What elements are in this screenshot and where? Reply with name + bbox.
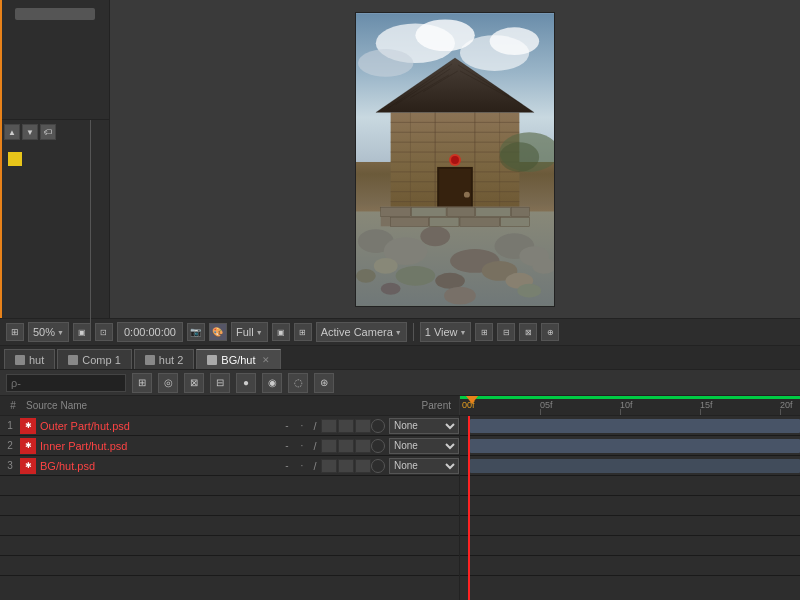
layout3-icon[interactable]: ⊠	[519, 323, 537, 341]
layer-1-switch-dash[interactable]: -	[280, 420, 294, 431]
track-bar-1	[470, 419, 800, 433]
tab-bghut-close-icon[interactable]: ✕	[262, 355, 270, 365]
svg-point-62	[500, 142, 540, 172]
layer-1-type-icon	[20, 418, 36, 434]
tab-hut2[interactable]: hut 2	[134, 349, 194, 369]
quality-value: Full	[236, 326, 254, 338]
precomp-icon[interactable]: ⊠	[184, 373, 204, 393]
grid-icon[interactable]: ⊞	[6, 323, 24, 341]
layer-3-switch-slash[interactable]: /	[310, 460, 320, 472]
track-row-1[interactable]	[460, 416, 800, 436]
svg-rect-56	[511, 207, 529, 216]
svg-point-16	[396, 265, 436, 285]
tab-hut-label: hut	[29, 354, 44, 366]
timecode-display[interactable]: 0:00:00:00	[117, 322, 183, 342]
track-row-2[interactable]	[460, 436, 800, 456]
composition-preview	[355, 12, 555, 307]
tab-comp1[interactable]: Comp 1	[57, 349, 132, 369]
ruler-tick-15	[700, 409, 701, 415]
grid3-icon[interactable]: ⊟	[210, 373, 230, 393]
empty-row-6	[0, 516, 459, 536]
snap-icon[interactable]: ⊕	[541, 323, 559, 341]
layer-1-solo-icon[interactable]	[371, 419, 385, 433]
layer-2-parent-select[interactable]: None	[389, 438, 459, 454]
sphere-icon[interactable]: ●	[236, 373, 256, 393]
fit-icon[interactable]: ▣	[73, 323, 91, 341]
layers-area: 1 Outer Part/hut.psd - · /	[0, 416, 800, 600]
playhead-line	[468, 416, 470, 600]
svg-rect-55	[476, 207, 511, 216]
orange-accent-bar	[0, 0, 2, 318]
mask-icon[interactable]: ▣	[272, 323, 290, 341]
tag-button[interactable]: 🏷	[40, 124, 56, 140]
zoom-dropdown[interactable]: 50% ▼	[28, 322, 69, 342]
quality-dropdown[interactable]: Full ▼	[231, 322, 268, 342]
layer-row-3[interactable]: 3 BG/hut.psd - · / None	[0, 456, 459, 476]
motion-icon[interactable]: ◌	[288, 373, 308, 393]
layer-row-1[interactable]: 1 Outer Part/hut.psd - · /	[0, 416, 459, 436]
layer-2-switch-box1[interactable]	[321, 439, 337, 453]
tab-hut[interactable]: hut	[4, 349, 55, 369]
resolution-icon[interactable]: ⊡	[95, 323, 113, 341]
layout2-icon[interactable]: ⊟	[497, 323, 515, 341]
tab-comp1-label: Comp 1	[82, 354, 121, 366]
time-ruler-header: 00f 05f 10f 15f 20f	[460, 396, 800, 415]
layer-3-switch-box3[interactable]	[355, 459, 371, 473]
layer-3-parent: None	[389, 458, 459, 474]
scrollbar[interactable]	[15, 8, 95, 20]
camera-icon[interactable]: 📷	[187, 323, 205, 341]
camera-dropdown[interactable]: Active Camera ▼	[316, 322, 407, 342]
tab-hut2-icon	[145, 355, 155, 365]
up-button[interactable]: ▲	[4, 124, 20, 140]
layer-3-switch-box2[interactable]	[338, 459, 354, 473]
svg-rect-60	[501, 217, 530, 226]
timeline-section: ⊞ ◎ ⊠ ⊟ ● ◉ ◌ ⊛ # Source Name Parent	[0, 370, 800, 600]
layer-search-input[interactable]	[6, 374, 126, 392]
track-row-empty-4	[460, 476, 800, 496]
view-count-value: 1 View	[425, 326, 458, 338]
ruler-tick-5	[540, 409, 541, 415]
new-comp-icon[interactable]: ⊞	[132, 373, 152, 393]
svg-rect-54	[447, 207, 475, 216]
layer-1-parent-select[interactable]: None	[389, 418, 459, 434]
solo-icon[interactable]: ◎	[158, 373, 178, 393]
layer-1-switch-dot[interactable]: ·	[295, 420, 309, 431]
camera-arrow-icon: ▼	[395, 329, 402, 336]
svg-point-4	[490, 27, 540, 55]
col-num-header: #	[4, 400, 22, 411]
layer-2-solo-icon[interactable]	[371, 439, 385, 453]
color-icon[interactable]: 🎨	[209, 323, 227, 341]
camera-value: Active Camera	[321, 326, 393, 338]
layer-1-switch-slash[interactable]: /	[310, 420, 320, 432]
track-row-empty-5	[460, 496, 800, 516]
layer-2-switch-box3[interactable]	[355, 439, 371, 453]
tab-bghut[interactable]: BG/hut ✕	[196, 349, 280, 369]
layer-1-num: 1	[0, 420, 20, 431]
layer-2-switch-dash[interactable]: -	[280, 440, 294, 451]
empty-row-4	[0, 476, 459, 496]
layer-3-solo-icon[interactable]	[371, 459, 385, 473]
layer-3-switch-dash[interactable]: -	[280, 460, 294, 471]
down-button[interactable]: ▼	[22, 124, 38, 140]
layer-1-switch-box2[interactable]	[338, 419, 354, 433]
layer-2-switch-slash[interactable]: /	[310, 440, 320, 452]
extra-icon[interactable]: ⊛	[314, 373, 334, 393]
layer-3-parent-select[interactable]: None	[389, 458, 459, 474]
track-row-3[interactable]	[460, 456, 800, 476]
timeline-tracks[interactable]	[460, 416, 800, 600]
layer-1-switch-box1[interactable]	[321, 419, 337, 433]
layer-2-switch-dot[interactable]: ·	[295, 440, 309, 451]
layer-3-switch-box1[interactable]	[321, 459, 337, 473]
time-marker-5: 05f	[540, 400, 553, 410]
layer-1-switch-box3[interactable]	[355, 419, 371, 433]
layer-2-switch-box2[interactable]	[338, 439, 354, 453]
svg-point-21	[444, 286, 476, 304]
ruler-tick-20	[780, 409, 781, 415]
viewer-area	[110, 0, 800, 318]
layer-row-2[interactable]: 2 Inner Part/hut.psd - · / None	[0, 436, 459, 456]
layer-3-switch-dot[interactable]: ·	[295, 460, 309, 471]
disk-icon[interactable]: ◉	[262, 373, 282, 393]
view-count-dropdown[interactable]: 1 View ▼	[420, 322, 472, 342]
grid2-icon[interactable]: ⊞	[294, 323, 312, 341]
layout1-icon[interactable]: ⊞	[475, 323, 493, 341]
